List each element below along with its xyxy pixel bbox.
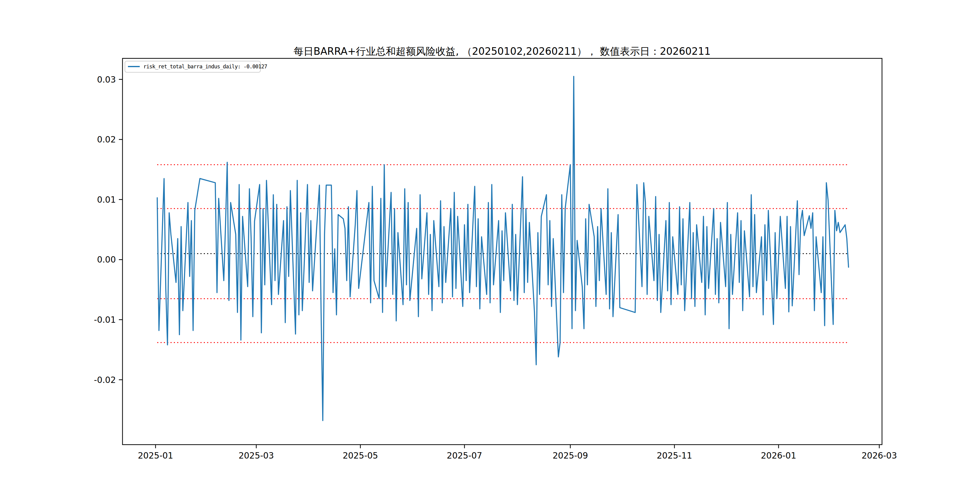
x-tick-label-7: 2026-03 bbox=[862, 451, 897, 461]
y-tick-label-1: -0.01 bbox=[94, 315, 116, 325]
y-tick-label-2: 0.00 bbox=[97, 255, 116, 265]
y-tick-label-3: 0.01 bbox=[97, 195, 116, 205]
plot-area: -0.02-0.010.000.010.020.032025-012025-03… bbox=[94, 58, 897, 461]
y-tick-label-5: 0.03 bbox=[97, 75, 116, 85]
x-tick-label-4: 2025-09 bbox=[553, 451, 588, 461]
y-tick-label-0: -0.02 bbox=[94, 375, 116, 385]
x-tick-label-1: 2025-03 bbox=[239, 451, 274, 461]
series-line bbox=[157, 76, 849, 421]
x-tick-label-3: 2025-07 bbox=[447, 451, 482, 461]
x-tick-label-6: 2026-01 bbox=[761, 451, 796, 461]
x-tick-label-5: 2025-11 bbox=[657, 451, 692, 461]
legend: risk_ret_total_barra_indus_daily: -0.001… bbox=[125, 61, 267, 72]
x-tick-label-2: 2025-05 bbox=[343, 451, 378, 461]
legend-label: risk_ret_total_barra_indus_daily: -0.001… bbox=[143, 64, 267, 70]
matplotlib-figure: -0.02-0.010.000.010.020.032025-012025-03… bbox=[0, 0, 980, 490]
chart-svg: -0.02-0.010.000.010.020.032025-012025-03… bbox=[0, 0, 980, 490]
x-tick-label-0: 2025-01 bbox=[138, 451, 173, 461]
y-tick-label-4: 0.02 bbox=[97, 135, 116, 145]
chart-title: 每日BARRA+行业总和超额风险收益, （20250102,20260211），… bbox=[294, 45, 711, 57]
